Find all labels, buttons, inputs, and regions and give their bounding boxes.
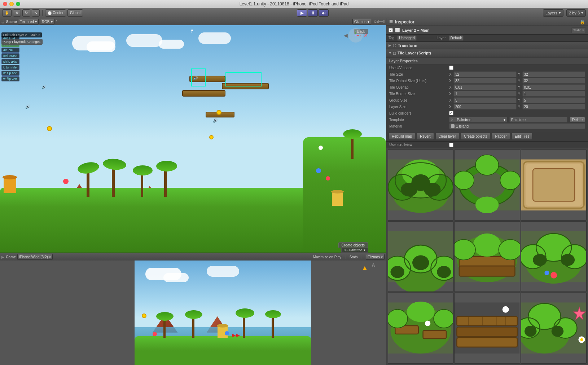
separator xyxy=(420,38,434,38)
padder-button[interactable]: Padder xyxy=(492,133,510,140)
tile-output-x-input[interactable]: 32 xyxy=(453,78,517,84)
game-palm-4 xyxy=(272,315,274,338)
game-char-hat xyxy=(217,324,228,328)
tile-item-4[interactable] xyxy=(454,221,520,292)
tile-item-0[interactable] xyxy=(388,150,453,221)
game-palm-leaves-3 xyxy=(236,308,254,318)
tile-layer-title: Tile Layer (Script) xyxy=(398,51,431,55)
playmode-button[interactable]: Keep Playmode Changes xyxy=(1,39,43,45)
lock-icon[interactable]: 🔒 xyxy=(580,19,585,25)
maximize-button[interactable] xyxy=(16,2,20,6)
transform-icon: ⬡ xyxy=(393,43,396,48)
template-name-field[interactable]: Palmtree xyxy=(509,117,567,123)
tile-overlap-x-input[interactable]: 0.01 xyxy=(453,84,517,90)
scale-tool-button[interactable]: ⤡ xyxy=(32,9,40,17)
game-gizmos-dropdown[interactable]: Gizmos ▾ xyxy=(366,254,385,260)
move-tool-button[interactable]: ✥ xyxy=(13,9,21,17)
tile-output-y-input[interactable]: 32 xyxy=(522,78,585,84)
game-ground xyxy=(135,336,311,365)
prev-axis[interactable]: ◀ xyxy=(344,32,348,38)
scene-options[interactable]: * xyxy=(56,20,57,24)
template-label: Template xyxy=(389,118,447,122)
revert-button[interactable]: Revert xyxy=(417,133,434,140)
screen-size-dropdown[interactable]: iPhone Wide (3:2) ▾ xyxy=(17,254,53,260)
tile-item-8[interactable] xyxy=(521,293,587,364)
scene-tab-label[interactable]: Scene xyxy=(6,20,17,24)
tile-size-y-input[interactable]: 32 xyxy=(522,71,585,77)
material-name: 1 Island xyxy=(456,124,469,128)
hand-tool-button[interactable]: ✋ xyxy=(2,9,12,17)
layer-active-checkbox[interactable] xyxy=(389,28,393,32)
close-button[interactable] xyxy=(3,2,7,6)
build-colliders-checkbox[interactable] xyxy=(449,111,453,115)
left-panel: ◎ Scene Textured ▾ RGB ▾ * Gizmos ▾ Ctrl… xyxy=(0,18,386,365)
layers-label: Layers xyxy=(545,11,557,15)
layer-size-y-input[interactable]: 20 xyxy=(522,104,585,110)
tile-item-7[interactable] xyxy=(454,293,520,364)
flip-hor-btn[interactable]: h: flip hor xyxy=(1,71,19,76)
layers-dropdown[interactable]: Layers ▾ xyxy=(543,9,563,17)
layer-size-x-label: X xyxy=(449,105,453,109)
delete-template-button[interactable]: Delete xyxy=(570,117,585,123)
pause-button[interactable]: ⏸ xyxy=(308,9,318,17)
tile-border-values: X 1 Y 1 xyxy=(449,91,585,97)
screen-size-label: iPhone Wide (3:2) xyxy=(19,255,48,259)
tile-item-5[interactable] xyxy=(521,221,587,292)
template-dropdown[interactable]: 0 – Palmtree ▾ xyxy=(449,117,507,123)
shift-axis-btn[interactable]: shift: axis xyxy=(1,59,19,64)
layer-value-dropdown[interactable]: Default xyxy=(449,35,464,41)
alt-pick-btn[interactable]: alt: pic xyxy=(1,48,19,53)
play-button[interactable]: ▶ xyxy=(297,9,307,17)
group-size-row: Group Size X 5 Y 5 xyxy=(386,97,588,103)
tile-border-y-input[interactable]: 1 xyxy=(522,91,585,97)
static-dropdown[interactable]: Static ▾ xyxy=(571,27,586,33)
minimize-button[interactable] xyxy=(9,2,14,6)
use-scrollview-checkbox[interactable] xyxy=(449,143,453,147)
flip-vert-btn[interactable]: v: flip vert xyxy=(1,76,19,81)
edit-tiles-button[interactable]: Edit Tiles xyxy=(512,133,533,140)
clear-layer-button[interactable]: Clear layer xyxy=(435,133,459,140)
palm-trunk-3 xyxy=(141,170,143,197)
tag-dropdown[interactable]: Untagged xyxy=(397,35,416,41)
tile-size-x-input[interactable]: 32 xyxy=(453,71,517,77)
tile-overlap-y-input[interactable]: 0.01 xyxy=(522,84,585,90)
svg-text:y: y xyxy=(355,30,356,32)
tile-layer-header[interactable]: ▼ ◻ Tile Layer (Script) xyxy=(386,49,588,57)
tile-overlap-label: Tile Overlap xyxy=(389,85,447,89)
palm-leaves-4 xyxy=(156,161,177,172)
tile-size-row: Tile Size X 32 Y 32 xyxy=(386,71,588,77)
tile-item-6[interactable] xyxy=(388,293,453,364)
close-axis[interactable]: ✕ xyxy=(364,32,368,38)
game-tab-label[interactable]: Game xyxy=(6,255,16,259)
space-label: Global xyxy=(70,11,80,15)
turn-tile-btn[interactable]: t: turn tile xyxy=(1,65,19,70)
pivot-dropdown[interactable]: ⬤ Center xyxy=(45,9,66,17)
space-dropdown[interactable]: Global xyxy=(67,9,83,17)
group-size-y-input[interactable]: 5 xyxy=(522,97,585,103)
layer-script-icon: ⬜ xyxy=(395,28,400,32)
tile-item-3[interactable] xyxy=(388,221,453,292)
material-value[interactable]: 1 Island xyxy=(449,123,585,129)
render-mode-dropdown[interactable]: Textured ▾ xyxy=(18,19,38,25)
rotate-tool-button[interactable]: ↻ xyxy=(22,9,30,17)
create-objects-button[interactable]: Create objects xyxy=(461,133,490,140)
tile-border-x-input[interactable]: 1 xyxy=(453,91,517,97)
layout-dropdown[interactable]: 2 by 3 ▾ xyxy=(566,9,586,17)
gizmos-dropdown[interactable]: Gizmos ▾ xyxy=(352,19,371,25)
ctrl-erase-btn[interactable]: ctrl: erase xyxy=(1,53,19,58)
step-button[interactable]: ⏭ xyxy=(319,9,329,17)
layer-size-x-input[interactable]: 200 xyxy=(453,104,517,110)
stats-btn[interactable]: Stats xyxy=(350,255,358,259)
svg-point-44 xyxy=(412,255,429,270)
transform-header[interactable]: ▶ ⬡ Transform xyxy=(386,42,588,49)
scene-canvas[interactable]: 🔊 🔊 🔊 🔊 xyxy=(0,25,386,253)
maximize-play-btn[interactable]: Maximize on Play xyxy=(313,255,341,259)
rebuild-map-button[interactable]: Rebuild map xyxy=(389,133,415,140)
axis-gizmo[interactable]: x y xyxy=(348,28,363,43)
palmtree-dropdown-overlay[interactable]: 0 – Palmtree ▾ xyxy=(341,248,368,253)
channel-dropdown[interactable]: RGB ▾ xyxy=(40,19,54,25)
tile-item-2[interactable] xyxy=(521,150,587,221)
use-uv-checkbox[interactable] xyxy=(449,66,453,70)
group-size-x-input[interactable]: 5 xyxy=(453,97,517,103)
tile-item-1[interactable] xyxy=(454,150,520,221)
